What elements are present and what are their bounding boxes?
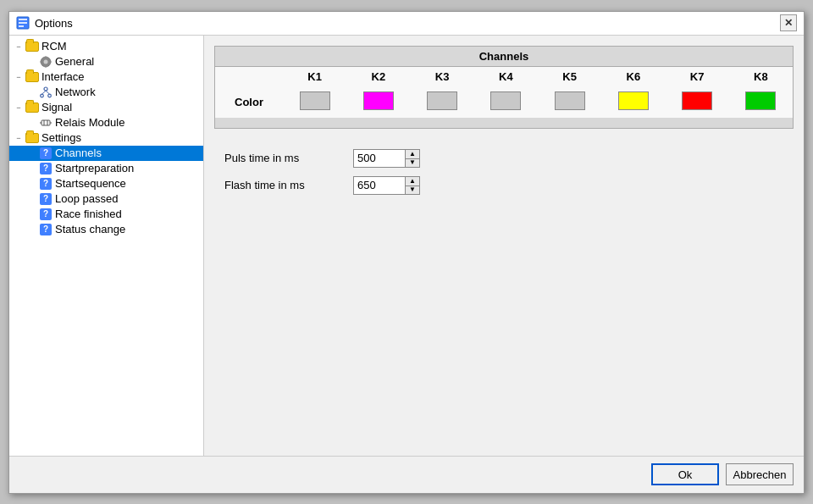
- header-empty: [215, 67, 283, 86]
- question-icon: ?: [38, 223, 53, 236]
- sidebar-item-signal[interactable]: − Signal: [9, 100, 203, 115]
- sidebar-item-label: Status change: [55, 223, 125, 235]
- title-bar-left: Options: [16, 16, 73, 30]
- svg-rect-2: [19, 22, 27, 24]
- sidebar-item-channels[interactable]: · ? Channels: [9, 146, 203, 161]
- color-cell-k4[interactable]: [474, 86, 538, 118]
- sidebar-item-status-change[interactable]: · ? Status change: [9, 222, 203, 237]
- color-cell-k3[interactable]: [411, 86, 474, 118]
- cancel-button[interactable]: Abbrechen: [726, 463, 794, 485]
- channels-header-row: K1 K2 K3 K4 K5 K6 K7 K8: [215, 67, 793, 86]
- sidebar-item-label: General: [55, 55, 94, 68]
- svg-rect-6: [45, 56, 47, 58]
- sidebar-item-race-finished[interactable]: · ? Race finished: [9, 207, 203, 222]
- color-cell-k5[interactable]: [538, 86, 601, 118]
- sidebar-item-network[interactable]: · Network: [9, 85, 203, 100]
- question-icon: ?: [38, 177, 53, 191]
- sidebar-item-label: Channels: [55, 147, 102, 159]
- svg-point-12: [41, 94, 44, 97]
- puls-time-spinner[interactable]: ▲ ▼: [353, 149, 420, 168]
- gear-icon: [38, 55, 53, 69]
- sidebar-item-startpreparation[interactable]: · ? Startpreparation: [9, 161, 203, 176]
- puls-time-up-button[interactable]: ▲: [406, 150, 419, 158]
- color-cell-k6[interactable]: [601, 86, 665, 118]
- color-cell-k8[interactable]: [729, 86, 793, 118]
- puls-time-spinner-btns: ▲ ▼: [405, 150, 419, 167]
- header-k8: K8: [729, 67, 793, 86]
- expand-icon[interactable]: −: [13, 134, 25, 142]
- content-area: − RCM ·: [9, 36, 804, 456]
- window-icon: [16, 16, 30, 30]
- sidebar-item-label: Race finished: [55, 208, 122, 220]
- sidebar-item-settings[interactable]: − Settings: [9, 130, 203, 146]
- sidebar-item-label: Relais Module: [55, 116, 124, 129]
- expand-icon[interactable]: −: [13, 73, 25, 81]
- network-icon: [38, 86, 53, 99]
- color-cell-k1[interactable]: [283, 86, 346, 118]
- svg-line-14: [42, 91, 47, 94]
- color-cell-k2[interactable]: [346, 86, 410, 118]
- sidebar-item-label: Signal: [41, 101, 72, 114]
- sidebar-item-label: Network: [55, 86, 96, 98]
- svg-rect-3: [19, 25, 24, 27]
- folder-icon: [25, 101, 40, 114]
- svg-point-11: [44, 87, 47, 91]
- channels-title: Channels: [215, 47, 793, 67]
- folder-icon: [25, 40, 40, 53]
- color-row: Color: [215, 86, 793, 118]
- sidebar-item-general[interactable]: · General: [9, 54, 203, 69]
- sidebar-item-startsequence[interactable]: · ? Startsequence: [9, 176, 203, 191]
- svg-rect-10: [40, 86, 52, 98]
- flash-time-spinner-btns: ▲ ▼: [405, 177, 419, 194]
- color-cell-k7[interactable]: [666, 86, 729, 118]
- sidebar-item-label: Startpreparation: [55, 162, 134, 174]
- sidebar-item-label: Interface: [41, 70, 85, 83]
- folder-icon: [25, 70, 40, 84]
- ok-button[interactable]: Ok: [651, 463, 719, 485]
- flash-time-row: Flash time in ms ▲ ▼: [224, 176, 783, 195]
- expand-icon[interactable]: −: [13, 103, 25, 112]
- channels-panel: Channels K1 K2 K3 K4 K5 K6 K7 K8: [214, 46, 794, 129]
- sidebar-item-relais-module[interactable]: · Relais Module: [9, 115, 203, 130]
- svg-line-15: [46, 91, 50, 94]
- header-k7: K7: [666, 67, 729, 86]
- settings-area: Puls time in ms ▲ ▼ Flash time in ms: [204, 136, 804, 208]
- close-button[interactable]: ✕: [780, 14, 797, 31]
- flash-time-spinner[interactable]: ▲ ▼: [353, 176, 420, 195]
- divider-row: [215, 118, 793, 128]
- svg-rect-1: [19, 19, 27, 20]
- flash-time-up-button[interactable]: ▲: [406, 177, 419, 186]
- header-k2: K2: [346, 67, 410, 86]
- main-panel: Channels K1 K2 K3 K4 K5 K6 K7 K8: [204, 36, 804, 456]
- svg-rect-7: [45, 65, 47, 68]
- flash-time-input[interactable]: [354, 177, 405, 194]
- header-k1: K1: [283, 67, 346, 86]
- svg-rect-8: [41, 61, 43, 63]
- channels-table: K1 K2 K3 K4 K5 K6 K7 K8 Color: [215, 67, 793, 128]
- color-label: Color: [215, 86, 283, 118]
- puls-time-row: Puls time in ms ▲ ▼: [224, 149, 783, 168]
- sidebar-item-interface[interactable]: − Interface: [9, 69, 203, 85]
- expand-icon[interactable]: −: [13, 42, 25, 51]
- window-title: Options: [35, 17, 73, 30]
- bottom-bar: Ok Abbrechen: [9, 456, 804, 493]
- relais-icon: [38, 116, 53, 130]
- folder-icon: [25, 131, 40, 145]
- sidebar-item-label: Settings: [41, 131, 81, 144]
- sidebar-item-label: Startsequence: [55, 177, 126, 190]
- puls-time-label: Puls time in ms: [224, 152, 343, 164]
- puls-time-down-button[interactable]: ▼: [406, 158, 419, 167]
- sidebar-item-loop-passed[interactable]: · ? Loop passed: [9, 191, 203, 207]
- svg-point-13: [48, 94, 52, 97]
- puls-time-input[interactable]: [354, 150, 405, 167]
- sidebar-item-label: RCM: [41, 40, 67, 53]
- svg-rect-9: [49, 61, 52, 63]
- header-k6: K6: [601, 67, 665, 86]
- flash-time-down-button[interactable]: ▼: [406, 186, 419, 194]
- question-icon: ?: [38, 162, 53, 175]
- question-icon: ?: [38, 147, 53, 160]
- main-window: Options ✕ − RCM ·: [8, 11, 805, 494]
- svg-rect-16: [41, 120, 50, 125]
- title-bar: Options ✕: [9, 12, 804, 36]
- sidebar-item-rcm[interactable]: − RCM: [9, 39, 203, 54]
